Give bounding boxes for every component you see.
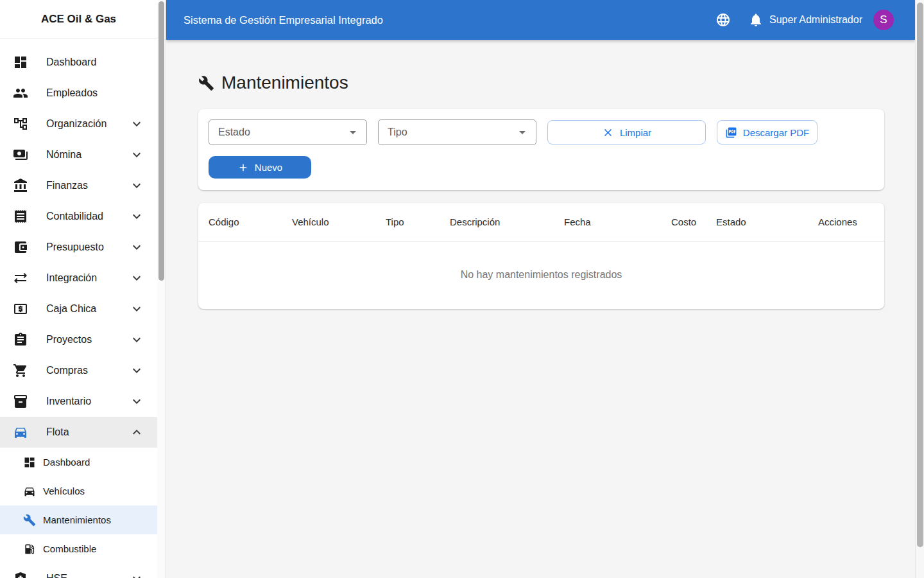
chevron-down-icon bbox=[129, 178, 144, 193]
brand-logo: ACE Oil & Gas bbox=[0, 0, 157, 39]
sidebar-scrollbar-thumb[interactable] bbox=[158, 1, 164, 281]
chevron-down-icon bbox=[129, 394, 144, 409]
sidebar-item-label: Caja Chica bbox=[46, 303, 129, 315]
payments-icon bbox=[13, 147, 28, 162]
globe-icon[interactable] bbox=[715, 12, 731, 28]
chevron-down-icon bbox=[129, 571, 144, 578]
estado-select-label: Estado bbox=[218, 127, 345, 138]
page-scrollbar[interactable] bbox=[915, 0, 924, 578]
sidebar-item-label: Dashboard bbox=[46, 57, 144, 68]
tipo-select[interactable]: Tipo bbox=[378, 119, 536, 145]
chevron-down-icon bbox=[129, 301, 144, 317]
sidebar-item-label: Empleados bbox=[46, 87, 144, 99]
chevron-down-icon bbox=[129, 332, 144, 347]
sidebar-item-inventario[interactable]: Inventario bbox=[0, 386, 157, 417]
sidebar-item-caja-chica[interactable]: Caja Chica bbox=[0, 293, 157, 324]
wrench-icon bbox=[198, 75, 214, 91]
user-name: Super Administrador bbox=[769, 14, 862, 26]
sidebar-item-label: Flota bbox=[46, 426, 129, 438]
chevron-down-icon bbox=[129, 116, 144, 132]
wrench-icon bbox=[23, 514, 36, 527]
chevron-down-icon bbox=[129, 147, 144, 162]
clipboard-icon bbox=[13, 332, 28, 347]
sidebar-item-label: Organización bbox=[46, 118, 129, 130]
column-header-tipo: Tipo bbox=[386, 216, 450, 227]
dropdown-arrow-icon bbox=[515, 125, 530, 140]
sidebar-item-hse[interactable]: HSE bbox=[0, 563, 157, 578]
sidebar-item-label: Inventario bbox=[46, 396, 129, 407]
page-header: Mantenimientos bbox=[198, 73, 915, 93]
dashboard-icon bbox=[13, 55, 28, 70]
sidebar-item-label: Presupuesto bbox=[46, 241, 129, 253]
descargar-pdf-button-label: Descargar PDF bbox=[743, 127, 809, 138]
chevron-down-icon bbox=[129, 240, 144, 255]
table-header-row: Código Vehículo Tipo Descripción Fecha C… bbox=[198, 203, 884, 241]
empty-state-message: No hay mantenimientos registrados bbox=[461, 269, 622, 281]
column-header-costo: Costo bbox=[671, 216, 716, 227]
people-icon bbox=[13, 85, 28, 101]
nuevo-button[interactable]: Nuevo bbox=[209, 156, 311, 179]
receipt-icon bbox=[13, 209, 28, 224]
sidebar-subitem-label: Dashboard bbox=[43, 457, 90, 468]
sidebar-subitem-label: Mantenimientos bbox=[43, 514, 111, 525]
chevron-down-icon bbox=[129, 270, 144, 286]
cash-icon bbox=[13, 301, 28, 317]
column-header-vehiculo: Vehículo bbox=[292, 216, 386, 227]
topbar: Sistema de Gestión Empresarial Integrado… bbox=[166, 0, 915, 40]
close-icon bbox=[602, 127, 614, 139]
descargar-pdf-button[interactable]: Descargar PDF bbox=[717, 120, 817, 144]
sidebar-item-empleados[interactable]: Empleados bbox=[0, 78, 157, 109]
sidebar-item-label: Nómina bbox=[46, 149, 129, 161]
plus-icon bbox=[237, 162, 249, 173]
sidebar-subitem-label: Combustible bbox=[43, 543, 96, 554]
page-scrollbar-thumb[interactable] bbox=[917, 3, 923, 547]
estado-select[interactable]: Estado bbox=[209, 119, 367, 145]
avatar[interactable]: S bbox=[873, 10, 894, 30]
filters-card: Estado Tipo Limpiar Descargar PDF Nuevo bbox=[198, 109, 884, 190]
bell-icon[interactable] bbox=[748, 12, 762, 28]
sidebar-item-label: Contabilidad bbox=[46, 211, 129, 222]
dashboard-icon bbox=[23, 456, 36, 469]
sidebar-item-organizacion[interactable]: Organización bbox=[0, 109, 157, 139]
cart-icon bbox=[13, 363, 28, 378]
main-content: Mantenimientos Estado Tipo Limpiar Desca… bbox=[166, 40, 915, 578]
sidebar-subitem-label: Vehículos bbox=[43, 486, 85, 496]
sidebar-scrollbar[interactable] bbox=[157, 0, 166, 578]
column-header-acciones: Acciones bbox=[818, 216, 874, 227]
sidebar-item-flota[interactable]: Flota bbox=[0, 417, 157, 448]
column-header-descripcion: Descripción bbox=[450, 216, 564, 227]
tipo-select-label: Tipo bbox=[388, 127, 515, 138]
sidebar-item-nomina[interactable]: Nómina bbox=[0, 139, 157, 170]
sidebar-item-contabilidad[interactable]: Contabilidad bbox=[0, 201, 157, 232]
sidebar-item-dashboard[interactable]: Dashboard bbox=[0, 47, 157, 78]
sidebar-item-finanzas[interactable]: Finanzas bbox=[0, 170, 157, 201]
filters-row: Estado Tipo Limpiar Descargar PDF bbox=[209, 119, 874, 145]
brand-name: ACE Oil & Gas bbox=[41, 13, 116, 26]
inventory-icon bbox=[13, 394, 28, 409]
sidebar-item-integracion[interactable]: Integración bbox=[0, 263, 157, 293]
car-icon bbox=[23, 485, 36, 498]
wallet-icon bbox=[13, 240, 28, 255]
shield-icon bbox=[13, 571, 28, 578]
chevron-down-icon bbox=[129, 209, 144, 224]
sidebar-item-compras[interactable]: Compras bbox=[0, 355, 157, 386]
sidebar-subitem-combustible[interactable]: Combustible bbox=[0, 534, 157, 563]
limpiar-button[interactable]: Limpiar bbox=[547, 120, 706, 144]
sidebar-item-label: Finanzas bbox=[46, 180, 129, 191]
fuel-icon bbox=[23, 543, 36, 556]
sidebar-subitem-vehiculos[interactable]: Vehículos bbox=[0, 477, 157, 505]
sidebar-subitem-mantenimientos[interactable]: Mantenimientos bbox=[0, 505, 157, 534]
dropdown-arrow-icon bbox=[345, 125, 361, 140]
app-title: Sistema de Gestión Empresarial Integrado bbox=[184, 14, 715, 26]
maintenance-table: Código Vehículo Tipo Descripción Fecha C… bbox=[198, 203, 884, 309]
sidebar-item-presupuesto[interactable]: Presupuesto bbox=[0, 232, 157, 263]
chevron-down-icon bbox=[129, 363, 144, 378]
sidebar-subitem-flota-dashboard[interactable]: Dashboard bbox=[0, 448, 157, 477]
chevron-up-icon bbox=[129, 425, 144, 440]
sidebar-nav: Dashboard Empleados Organización Nómina … bbox=[0, 39, 157, 578]
nuevo-button-label: Nuevo bbox=[255, 162, 282, 173]
page-title: Mantenimientos bbox=[221, 73, 348, 93]
topbar-actions: Super Administrador S bbox=[715, 10, 894, 30]
sidebar-item-proyectos[interactable]: Proyectos bbox=[0, 324, 157, 355]
sidebar: ACE Oil & Gas Dashboard Empleados Organi… bbox=[0, 0, 157, 578]
